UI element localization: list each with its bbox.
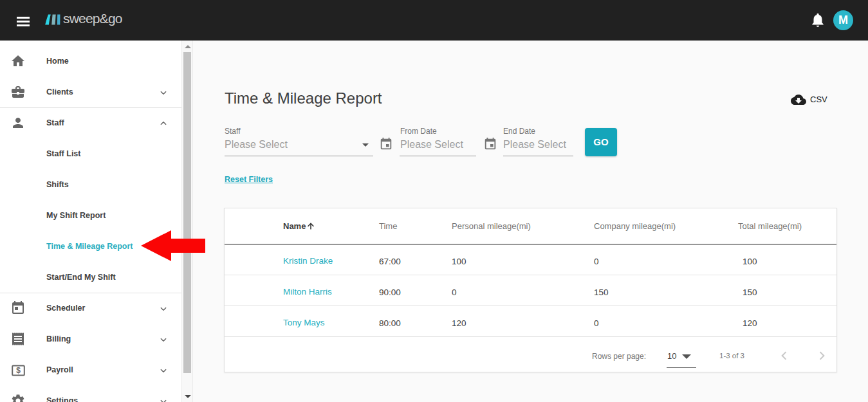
svg-text:$: $ bbox=[16, 366, 21, 375]
